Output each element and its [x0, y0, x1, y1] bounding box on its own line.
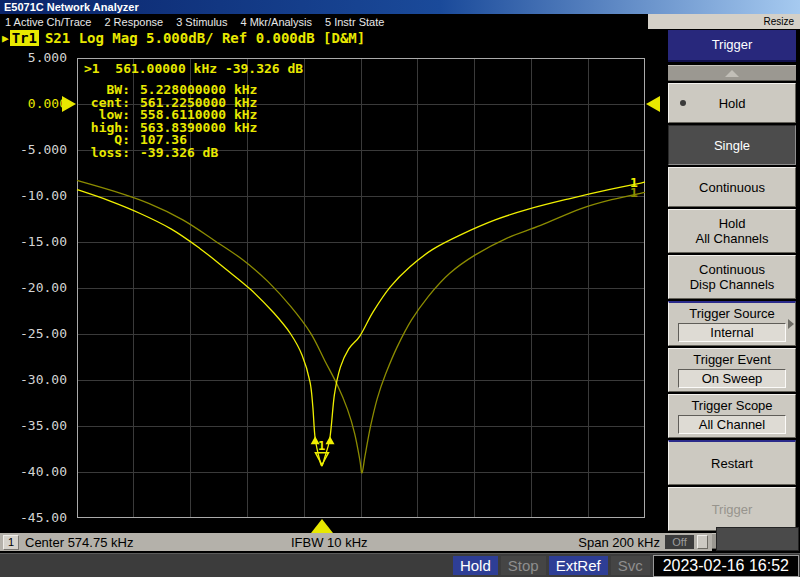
- ref-level-marker-left-icon: [62, 96, 76, 112]
- y-axis-label: -25.00: [0, 326, 72, 342]
- y-axis-label: -40.00: [0, 464, 72, 480]
- marker1-number-label: 1: [318, 439, 325, 453]
- instrument-screen: E5071C Network Analyzer 1 Active Ch/Trac…: [0, 0, 800, 577]
- menu-item-response[interactable]: 2 Response: [104, 16, 163, 28]
- sidebar-button-continuous-disp-channels[interactable]: Continuous Disp Channels: [668, 255, 796, 299]
- channel-bar-handle[interactable]: [697, 535, 708, 549]
- sidebar-button-hold[interactable]: Hold: [668, 83, 796, 123]
- marker1-readout-line: >1 561.00000 kHz -39.326 dB: [84, 61, 303, 76]
- sidebar-bottom-panel: [716, 527, 799, 551]
- extref-status-badge: ExtRef: [549, 556, 608, 575]
- menu-item-active-ch-trace[interactable]: 1 Active Ch/Trace: [5, 16, 91, 28]
- off-indicator: Off: [665, 535, 694, 549]
- softkey-menu: Trigger Hold Single Continuous Hold All …: [662, 29, 800, 553]
- trigger-scope-value: All Channel: [678, 415, 786, 434]
- sidebar-button-trigger-scope[interactable]: Trigger Scope All Channel: [668, 394, 796, 438]
- svc-status-badge: Svc: [611, 556, 650, 575]
- window-title: E5071C Network Analyzer: [4, 1, 139, 13]
- active-trace-arrow-icon: ▶: [2, 32, 9, 45]
- marker-stimulus-indicator-icon: [311, 519, 333, 533]
- submenu-arrow-icon: [788, 319, 794, 329]
- datetime-display: 2023-02-16 16:52: [653, 555, 799, 577]
- y-axis-label: -10.00: [0, 188, 72, 204]
- softkey-scroll-up[interactable]: [668, 65, 796, 81]
- bw-high-marker-icon: [326, 436, 335, 444]
- sidebar-button-trigger-source[interactable]: Trigger Source Internal: [668, 301, 796, 346]
- window-titlebar: E5071C Network Analyzer: [0, 0, 800, 14]
- trace-number-label: 1: [630, 175, 638, 190]
- scroll-up-icon: [725, 70, 739, 77]
- trace1-badge[interactable]: Tr1: [10, 30, 39, 46]
- center-frequency-label: Center 574.75 kHz: [25, 534, 133, 551]
- sidebar-button-trigger-disabled: Trigger: [668, 487, 796, 531]
- menu-item-instr-state[interactable]: 5 Instr State: [325, 16, 384, 28]
- menu-bar: 1 Active Ch/Trace 2 Response 3 Stimulus …: [0, 14, 648, 29]
- menu-item-mkr-analysis[interactable]: 4 Mkr/Analysis: [240, 16, 312, 28]
- resize-menu[interactable]: Resize: [648, 14, 800, 29]
- menu-item-stimulus[interactable]: 3 Stimulus: [176, 16, 227, 28]
- span-label: Span 200 kHz: [540, 534, 660, 551]
- trigger-event-value: On Sweep: [678, 369, 786, 388]
- trace1-format-text: S21 Log Mag 5.000dB/ Ref 0.000dB [D&M]: [45, 30, 365, 46]
- ref-level-marker-right-icon: [646, 96, 660, 112]
- trigger-source-value: Internal: [678, 323, 786, 342]
- marker-readout: >1 561.00000 kHz -39.326 dB BW:5.2280000…: [84, 61, 303, 159]
- selected-bullet-icon: [680, 100, 686, 106]
- channel-number-box: 1: [3, 535, 19, 550]
- trace-status-line: ▶Tr1S21 Log Mag 5.000dB/ Ref 0.000dB [D&…: [2, 29, 365, 47]
- instrument-status-bar: Hold Stop ExtRef Svc 2023-02-16 16:52: [0, 553, 800, 577]
- marker1-icon: [315, 453, 328, 465]
- y-axis-label: -20.00: [0, 280, 72, 296]
- y-axis-label: -5.000: [0, 142, 72, 158]
- y-axis-label: -15.00: [0, 234, 72, 250]
- y-axis-label: -30.00: [0, 372, 72, 388]
- sidebar-button-continuous[interactable]: Continuous: [668, 167, 796, 207]
- loss-row: loss:-39.326 dB: [84, 147, 303, 160]
- hold-status-badge: Hold: [453, 556, 498, 575]
- sidebar-button-hold-all-channels[interactable]: Hold All Channels: [668, 209, 796, 253]
- channel-status-bar: 1 Center 574.75 kHz IFBW 10 kHz Span 200…: [0, 533, 712, 551]
- softkey-menu-title: Trigger: [668, 30, 796, 62]
- sidebar-button-single[interactable]: Single: [668, 125, 796, 165]
- sidebar-button-restart[interactable]: Restart: [668, 440, 796, 485]
- y-axis-label: -35.00: [0, 418, 72, 434]
- ifbw-label: IFBW 10 kHz: [291, 534, 368, 551]
- sidebar-button-trigger-event[interactable]: Trigger Event On Sweep: [668, 348, 796, 392]
- y-axis-label: -45.00: [0, 510, 72, 526]
- y-axis-label: 5.000: [0, 50, 72, 66]
- stop-status-badge: Stop: [501, 556, 546, 575]
